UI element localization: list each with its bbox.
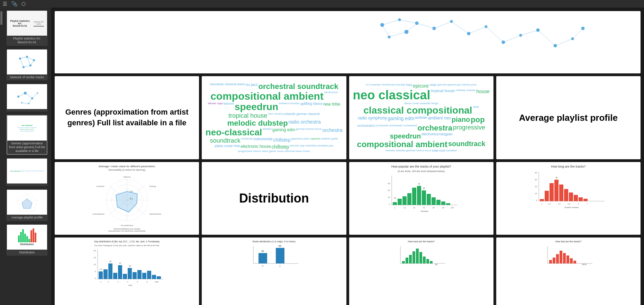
slide-mode: Mode distribution (1 is major, 0 is mino…	[202, 237, 346, 305]
svg-text:10: 10	[388, 196, 390, 198]
toolbar: ☰ 📎 ⬡	[0, 0, 644, 8]
svg-rect-114	[564, 189, 568, 201]
svg-text:20: 20	[388, 189, 390, 191]
tempo-chart-title: How fast are the tracks?	[555, 240, 581, 243]
svg-text:0: 0	[94, 277, 96, 279]
wc1-word: nu jazz	[246, 83, 258, 90]
svg-rect-79	[393, 202, 397, 205]
svg-rect-184	[560, 251, 562, 263]
svg-text:60: 60	[433, 207, 435, 209]
radar-note2: Acousticness (no electronic instruments)	[108, 230, 146, 232]
sidebar-item-playlist-stats[interactable]: Playlist statistics for:lkes23-01-01 sho…	[7, 10, 47, 46]
svg-rect-109	[540, 199, 544, 201]
wc1-word: uplifting trance	[300, 102, 323, 112]
svg-text:30: 30	[535, 179, 537, 181]
wc2-word: melodic dubstep	[385, 149, 405, 152]
mode-chart: Mode distribution (1 is major, 0 is mino…	[202, 237, 346, 305]
radar-svg: Valence Energy Speechiness Acousticness …	[92, 172, 162, 228]
sidebar-scrollbar[interactable]	[0, 8, 3, 305]
svg-text:20: 20	[413, 207, 415, 209]
key-chart-subtitle: For each histogram (1 bar per unit): rea…	[94, 244, 159, 246]
wc2-word: indie	[432, 149, 438, 152]
svg-rect-142	[137, 270, 142, 279]
radar-thumb-svg	[11, 192, 43, 213]
svg-text:Energy: Energy	[149, 185, 156, 187]
svg-text:14: 14	[119, 262, 121, 264]
svg-line-46	[434, 21, 452, 28]
slide-distribution: Distribution	[202, 162, 346, 235]
sidebar-item-avg-profile[interactable]: Average playlist profile	[7, 189, 47, 221]
wc1-word: soundtrack	[210, 137, 241, 144]
wc2-word: early	[473, 106, 479, 115]
radar-container: Average / mean value for different param…	[55, 162, 199, 235]
wc1-word: orchestral soundtrack	[258, 83, 338, 90]
svg-line-43	[407, 23, 417, 32]
network2-thumb-svg	[10, 86, 44, 107]
duration-chart-title: How long are the tracks?	[551, 165, 586, 169]
svg-rect-136	[108, 263, 112, 279]
wc2-word: german	[406, 149, 416, 152]
sidebar-item-network2[interactable]	[7, 84, 47, 111]
sidebar-item-network[interactable]: Network of similar tracks	[7, 49, 47, 81]
svg-line-21	[32, 93, 37, 98]
svg-text:10: 10	[129, 265, 131, 267]
svg-text:BPM: BPM	[582, 263, 587, 266]
svg-rect-117	[579, 197, 583, 201]
wc2-word: orchestra	[418, 124, 452, 132]
paperclip-icon[interactable]: 📎	[11, 1, 17, 7]
svg-line-50	[504, 35, 521, 42]
thumb-network2-preview	[7, 84, 47, 109]
thumb-distribution-preview: Distribution	[7, 225, 47, 250]
wc1-word: electronic house	[241, 144, 271, 149]
sidebar-item-wc[interactable]: neo classical ambient speedrun soundtrac…	[7, 158, 47, 186]
wc2-word: radio symphony	[358, 116, 387, 124]
svg-rect-86	[427, 194, 431, 205]
svg-text:Keys: Keys	[128, 284, 133, 286]
svg-rect-87	[432, 197, 436, 205]
wc2-word: electro	[462, 83, 471, 88]
wc2-word: electronica	[421, 133, 438, 140]
wc1-word: caucasian classical piano	[210, 83, 245, 90]
wc1-word: chillstep	[272, 144, 289, 149]
wc1-word: marimba	[305, 144, 316, 149]
svg-text:Liveness: Liveness	[96, 185, 105, 187]
slide-network-full	[55, 11, 641, 73]
layers-icon[interactable]: ⬡	[21, 1, 26, 7]
slide-tempo: How fast are the tracks? BPM	[496, 237, 641, 305]
svg-line-55	[538, 30, 555, 46]
thumb-playlist-stats-preview: Playlist statistics for:lkes23-01-01 sho…	[7, 11, 47, 36]
svg-rect-162	[276, 248, 284, 263]
svg-rect-82	[407, 193, 411, 205]
svg-rect-177	[430, 261, 433, 263]
svg-rect-138	[118, 265, 122, 279]
wc1-word: kantele	[263, 128, 272, 137]
svg-rect-144	[147, 271, 151, 279]
svg-text:1: 1	[279, 265, 281, 267]
popularity-chart: How popular are the tracks of your playl…	[349, 162, 493, 235]
svg-line-8	[24, 65, 30, 67]
duration-chart: How long are the tracks? 0 10 20 30 40	[496, 162, 641, 235]
svg-rect-116	[574, 195, 578, 201]
sidebar-item-distribution[interactable]: Distribution Distribution	[7, 224, 47, 256]
svg-text:other: other	[155, 281, 159, 283]
menu-icon[interactable]: ☰	[3, 1, 7, 7]
wc2-word: trance	[416, 149, 424, 152]
sidebar-item-genres[interactable]: neo classical compositional ambient spee…	[7, 115, 47, 154]
svg-line-54	[417, 23, 434, 28]
wc2-word: orchestral2	[389, 124, 402, 132]
svg-text:Acousticness: Acousticness	[121, 224, 133, 226]
wc1-word: melodic dubstep	[227, 119, 288, 127]
svg-rect-83	[412, 188, 416, 205]
svg-rect-146	[157, 276, 161, 279]
wc2-word: classical compositional	[363, 106, 472, 115]
key-chart-title: Key distribution (0 [for no], N.C., 1 C#…	[94, 240, 159, 243]
wc1-word: epicore	[224, 102, 234, 112]
svg-text:20: 20	[93, 250, 96, 252]
slide-popularity-histogram: How popular are the tracks of your playl…	[349, 162, 493, 235]
wc1-word: icelandic	[283, 113, 296, 119]
radar-subtitle: Danceability (is below for dancing)	[108, 169, 145, 171]
avg-profile-label: Average playlist profile	[519, 113, 618, 123]
wc2-word: melodic	[466, 89, 476, 101]
wc2-word: orchestral	[376, 124, 388, 132]
wc2-word: neo classical	[353, 89, 430, 101]
